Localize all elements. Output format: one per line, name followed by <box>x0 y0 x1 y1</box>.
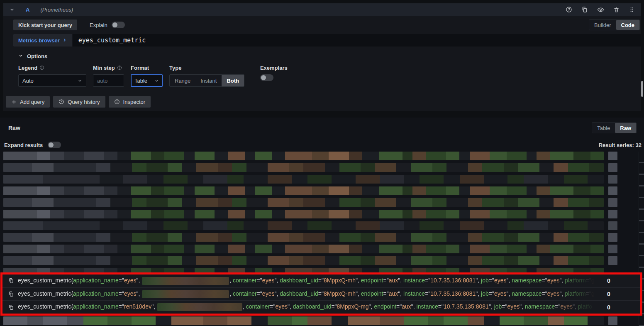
metric-series-row[interactable]: eyes_custom_metric{application_name="eye… <box>2 275 640 287</box>
type-label: Type <box>169 65 181 71</box>
metric-series-text: eyes_custom_metric{application_name="ren… <box>18 303 601 311</box>
builder-code-toggle: BuilderCode <box>589 20 640 30</box>
blurred-value-chip <box>608 186 617 195</box>
option-both[interactable]: Both <box>222 75 244 86</box>
blurred-value-chip <box>608 175 617 184</box>
query-header[interactable]: A (Prometheus) <box>3 3 641 16</box>
legend-select-value: Auto <box>22 78 34 84</box>
series-value: 0 <box>603 304 615 311</box>
legend-field: Legend Auto <box>18 65 86 87</box>
blurred-value-chip <box>608 245 617 253</box>
expand-results-toggle[interactable] <box>48 142 61 148</box>
exemplars-toggle[interactable] <box>260 74 273 81</box>
query-ref-id: A <box>26 7 29 13</box>
info-circle-icon[interactable] <box>117 65 122 70</box>
query-row: Metrics browser eyes_custom_metric <box>13 34 641 47</box>
option-raw[interactable]: Raw <box>615 123 636 133</box>
blurred-series-row <box>3 210 641 218</box>
blurred-series-row <box>3 163 641 172</box>
blurred-series-row <box>3 198 641 207</box>
blurred-series-row <box>3 256 641 265</box>
min-step-label: Min step <box>93 65 115 71</box>
query-header-actions <box>566 6 635 13</box>
blurred-value-chip <box>608 316 617 325</box>
query-editor: A (Prometheus) Kic <box>3 3 641 111</box>
exemplars-label: Exemplars <box>260 65 288 71</box>
blurred-series-row <box>3 186 641 195</box>
metrics-browser-button[interactable]: Metrics browser <box>13 34 72 47</box>
options-section-header[interactable]: Options <box>18 53 641 59</box>
format-label: Format <box>131 65 149 71</box>
query-actions: Add query Query history Inspector <box>6 96 641 108</box>
inspector-button[interactable]: Inspector <box>109 96 151 108</box>
option-table[interactable]: Table <box>592 123 615 133</box>
results-title: Raw <box>8 125 20 131</box>
history-icon <box>59 99 64 105</box>
explain-toggle[interactable] <box>112 22 125 28</box>
trash-icon[interactable] <box>613 7 620 13</box>
explain-label: Explain <box>90 22 107 28</box>
blurred-series-row <box>3 152 641 160</box>
blurred-series-row <box>3 221 641 230</box>
query-toolbar: Kick start your query Explain BuilderCod… <box>13 19 640 31</box>
info-circle-icon[interactable] <box>39 65 44 70</box>
min-step-field: Min step <box>93 65 124 87</box>
add-query-label: Add query <box>20 99 44 105</box>
chevron-down-icon <box>18 53 23 59</box>
metric-series-row[interactable]: eyes_custom_metric{application_name="eye… <box>2 287 640 301</box>
options-label: Options <box>27 53 47 59</box>
plus-icon <box>11 99 17 105</box>
legend-label: Legend <box>18 65 37 71</box>
grafana-explore-page: A (Prometheus) Kic <box>0 0 644 326</box>
option-range[interactable]: Range <box>170 75 195 86</box>
min-step-input[interactable] <box>93 74 124 87</box>
copy-icon[interactable] <box>8 278 14 284</box>
redacted-label-blur <box>157 303 242 311</box>
blurred-series-row <box>3 233 641 242</box>
blurred-value-chip <box>608 233 617 242</box>
inspector-label: Inspector <box>123 99 145 105</box>
series-value: 0 <box>603 277 615 284</box>
option-code[interactable]: Code <box>616 20 640 30</box>
query-history-button[interactable]: Query history <box>53 96 105 108</box>
legend-select[interactable]: Auto <box>18 74 86 87</box>
highlighted-rows-box: eyes_custom_metric{application_name="eye… <box>0 272 642 316</box>
type-toggle-group: RangeInstantBoth <box>169 74 244 87</box>
query-input[interactable]: eyes_custom_metric <box>73 34 641 47</box>
blurred-value-chip <box>608 152 617 160</box>
copy-icon[interactable] <box>8 304 14 310</box>
duplicate-icon[interactable] <box>581 6 588 13</box>
option-builder[interactable]: Builder <box>589 20 616 30</box>
series-value: 0 <box>603 291 615 297</box>
kick-start-query-button[interactable]: Kick start your query <box>13 20 77 30</box>
add-query-button[interactable]: Add query <box>6 96 50 108</box>
blurred-value-chip <box>608 221 617 230</box>
blurred-value-chip <box>608 198 617 207</box>
format-select[interactable]: Table <box>131 74 163 87</box>
metric-series-text: eyes_custom_metric{application_name="eye… <box>18 290 601 298</box>
info-circle-icon <box>114 99 120 105</box>
drag-grip-icon[interactable] <box>629 7 635 13</box>
query-history-label: Query history <box>68 99 100 105</box>
help-circle-icon[interactable] <box>566 6 572 13</box>
copy-icon[interactable] <box>8 291 14 297</box>
exemplars-field: Exemplars <box>260 65 288 81</box>
expand-results-label: Expand results <box>4 142 43 148</box>
metric-series-text: eyes_custom_metric{application_name="eye… <box>18 277 601 285</box>
format-select-value: Table <box>134 78 147 84</box>
blurred-value-chip <box>608 163 617 172</box>
table-raw-toggle: TableRaw <box>592 123 637 133</box>
options-controls: Legend Auto Min step <box>18 65 641 87</box>
chevron-down-icon <box>154 78 159 83</box>
scrollbar-thumb[interactable] <box>641 81 643 97</box>
blurred-value-chip <box>608 210 617 218</box>
chevron-down-icon <box>78 78 82 83</box>
metric-series-row[interactable]: eyes_custom_metric{application_name="ren… <box>2 300 640 314</box>
option-instant[interactable]: Instant <box>195 75 222 86</box>
eye-icon[interactable] <box>597 6 604 13</box>
chevron-down-icon[interactable] <box>9 7 15 12</box>
blurred-value-chip <box>608 256 617 265</box>
blurred-series-row <box>3 175 641 184</box>
metrics-browser-label: Metrics browser <box>18 37 60 44</box>
datasource-name: (Prometheus) <box>40 7 73 13</box>
